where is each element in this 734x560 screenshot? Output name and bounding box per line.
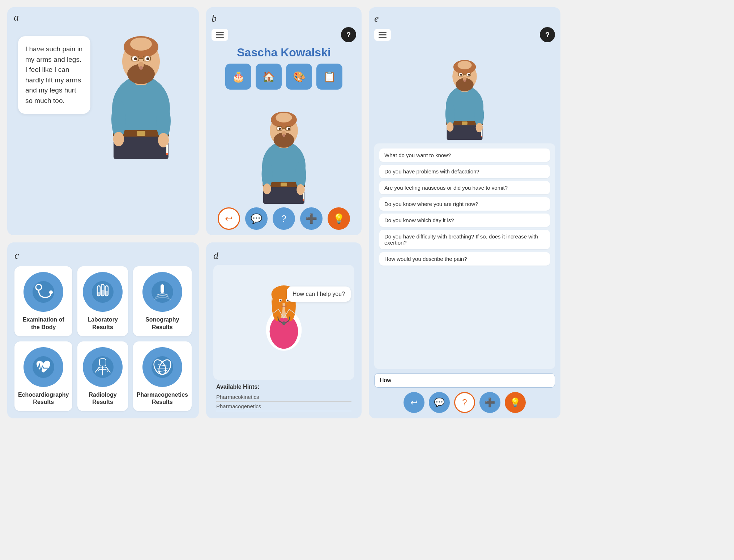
birthday-icon[interactable]: 🎂 xyxy=(225,64,251,90)
svg-rect-80 xyxy=(101,290,104,296)
patient-name: Sascha Kowalski xyxy=(237,46,331,59)
speech-bubble-a: I have such pain in my arms and legs. I … xyxy=(18,36,90,114)
card-label-sonography: Sonography Results xyxy=(137,316,188,331)
svg-point-43 xyxy=(263,184,271,194)
patient-figure-a xyxy=(90,14,192,159)
help-button-b[interactable]: ? xyxy=(341,27,356,42)
panel-d: d xyxy=(206,242,362,418)
hamburger-button[interactable] xyxy=(212,29,228,41)
chat-btn-e[interactable]: 💬 xyxy=(429,392,450,413)
patient-figure-b xyxy=(251,95,316,204)
label-c: c xyxy=(14,250,192,261)
question-button-b[interactable]: ? xyxy=(273,207,295,230)
chat-msg-2: Are you feeling nauseous or did you have… xyxy=(379,181,550,194)
question-btn-e[interactable]: ? xyxy=(454,392,475,413)
chat-msg-6: How would you describe the pain? xyxy=(379,252,550,266)
svg-point-14 xyxy=(139,66,143,70)
chat-button-b[interactable]: 💬 xyxy=(245,207,268,230)
svg-rect-40 xyxy=(281,183,287,187)
medical-icon[interactable]: 📋 xyxy=(316,64,342,90)
svg-point-105 xyxy=(280,300,282,302)
card-label-laboratory: Laboratory Results xyxy=(81,316,124,331)
doctor-bubble: How can I help you? xyxy=(287,287,351,302)
chat-msg-3: Do you know where you are right now? xyxy=(379,197,550,211)
pharmaco-icon-circle xyxy=(142,347,182,387)
svg-point-8 xyxy=(134,57,137,60)
card-label-pharmaco: Pharmacogenetics Results xyxy=(137,391,188,406)
doctor-scene: How can I help you? xyxy=(213,265,354,380)
svg-point-23 xyxy=(166,153,168,155)
svg-point-107 xyxy=(282,321,286,325)
hamburger-button-e[interactable] xyxy=(374,29,391,41)
card-label-radiology: Radiology Results xyxy=(81,391,124,406)
echo-icon-circle xyxy=(24,347,63,387)
patient-figure-e xyxy=(374,46,555,140)
e-action-row: ↩ 💬 ? ➕ 💡 xyxy=(374,392,555,413)
card-echo[interactable]: Echocardiography Results xyxy=(14,341,72,412)
hobby-icon[interactable]: 🎨 xyxy=(286,64,312,90)
radio-icon-circle xyxy=(83,347,123,387)
chat-msg-4: Do you know which day it is? xyxy=(379,214,550,227)
card-grid: Examination of the Body Lab xyxy=(14,266,192,411)
card-label-echo: Echocardiography Results xyxy=(18,391,69,406)
svg-point-74 xyxy=(49,290,53,294)
svg-rect-64 xyxy=(462,121,468,125)
card-radiology[interactable]: Radiology Results xyxy=(77,341,128,412)
back-btn-e[interactable]: ↩ xyxy=(404,392,424,413)
card-sonography[interactable]: Sonography Results xyxy=(133,266,192,336)
chat-messages-e: What do you want to know? Do you have pr… xyxy=(374,143,555,369)
back-button-b[interactable]: ↩ xyxy=(218,207,240,230)
help-button-e[interactable]: ? xyxy=(540,27,555,42)
home-icon[interactable]: 🏠 xyxy=(256,64,282,90)
panel-b-header: ? xyxy=(212,27,356,42)
card-pharmaco[interactable]: Pharmacogenetics Results xyxy=(133,341,192,412)
svg-point-47 xyxy=(303,199,304,201)
chat-msg-1: Do you have problems with defacation? xyxy=(379,165,550,178)
panel-a: a I have such pain in my arms and legs. … xyxy=(7,7,199,235)
svg-point-56 xyxy=(460,74,462,76)
card-label-examination: Examination of the Body xyxy=(18,316,69,331)
panel-e-header: ? xyxy=(374,27,555,42)
svg-point-33 xyxy=(288,128,290,130)
svg-point-97 xyxy=(270,314,298,349)
svg-point-28 xyxy=(276,113,292,122)
svg-point-57 xyxy=(468,74,470,76)
patient-info-icons: 🎂 🏠 🎨 📋 xyxy=(225,64,342,90)
add-btn-e[interactable]: ➕ xyxy=(479,392,500,413)
add-button-b[interactable]: ➕ xyxy=(300,207,323,230)
panel-e: e ? xyxy=(369,7,560,418)
label-b: b xyxy=(212,13,217,24)
svg-point-52 xyxy=(458,61,472,69)
svg-point-32 xyxy=(279,128,281,130)
card-examination[interactable]: Examination of the Body xyxy=(14,266,72,336)
svg-point-19 xyxy=(113,132,124,146)
svg-rect-79 xyxy=(97,292,100,296)
chat-msg-0: What do you want to know? xyxy=(379,148,550,162)
chat-msg-5: Do you have difficulty with breathing? I… xyxy=(379,230,550,249)
exam-icon-circle xyxy=(24,272,63,312)
svg-rect-81 xyxy=(105,291,108,296)
svg-point-67 xyxy=(447,122,454,132)
hint-item-0[interactable]: Pharmacokinetics xyxy=(216,392,351,402)
hint-item-1[interactable]: Pharmacogenetics xyxy=(216,402,351,411)
svg-point-9 xyxy=(146,57,149,60)
svg-rect-16 xyxy=(137,131,145,136)
svg-rect-70 xyxy=(481,130,482,136)
action-row-b: ↩ 💬 ? ➕ 💡 xyxy=(218,207,350,230)
label-e: e xyxy=(374,13,555,24)
card-laboratory[interactable]: Laboratory Results xyxy=(77,266,128,336)
svg-rect-22 xyxy=(166,145,168,154)
hint-btn-e[interactable]: 💡 xyxy=(505,392,526,413)
lab-icon-circle xyxy=(83,272,123,312)
hint-button-b[interactable]: 💡 xyxy=(328,207,350,230)
chat-input-e[interactable] xyxy=(374,373,555,388)
svg-point-38 xyxy=(282,134,285,137)
hints-title: Available Hints: xyxy=(216,384,351,390)
hints-section: Available Hints: Pharmacokinetics Pharma… xyxy=(213,384,354,411)
sono-icon-circle xyxy=(142,272,182,312)
svg-point-71 xyxy=(481,136,482,137)
svg-rect-83 xyxy=(161,284,164,293)
svg-point-4 xyxy=(130,38,152,51)
panel-b: b ? Sascha Kowalski 🎂 🏠 🎨 📋 xyxy=(206,7,362,235)
svg-rect-46 xyxy=(303,193,304,200)
